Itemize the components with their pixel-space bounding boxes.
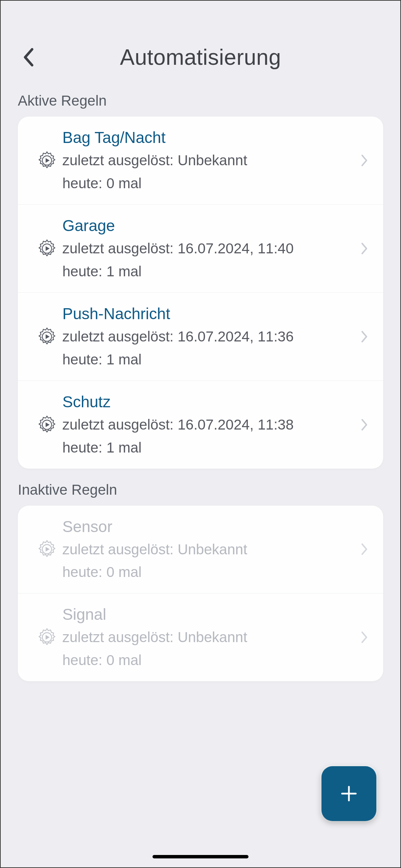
- chevron-right-icon: [356, 418, 373, 432]
- chevron-left-icon: [22, 47, 35, 67]
- svg-marker-1: [46, 158, 50, 163]
- back-button[interactable]: [18, 47, 38, 68]
- rule-title: Sensor: [62, 516, 356, 537]
- add-rule-button[interactable]: [321, 766, 376, 821]
- page-title: Automatisierung: [1, 45, 400, 70]
- rule-text: Signal zuletzt ausgelöst: Unbekannt heut…: [62, 604, 356, 671]
- automation-gear-icon: [32, 539, 62, 560]
- rule-last-triggered: zuletzt ausgelöst: 16.07.2024, 11:38: [62, 414, 356, 435]
- svg-marker-7: [46, 422, 50, 427]
- plus-icon: [338, 783, 360, 805]
- rule-title: Garage: [62, 215, 356, 236]
- automation-gear-icon: [32, 414, 62, 435]
- rule-last-triggered: zuletzt ausgelöst: Unbekannt: [62, 150, 356, 171]
- home-indicator: [153, 855, 248, 858]
- automation-gear-icon: [32, 326, 62, 347]
- rule-row[interactable]: Schutz zuletzt ausgelöst: 16.07.2024, 11…: [18, 381, 383, 469]
- rule-title: Signal: [62, 604, 356, 625]
- rule-today-count: heute: 1 mal: [62, 261, 356, 282]
- svg-marker-9: [46, 547, 50, 552]
- rule-row[interactable]: Push-Nachricht zuletzt ausgelöst: 16.07.…: [18, 293, 383, 381]
- rule-title: Schutz: [62, 391, 356, 412]
- active-rules-label: Aktive Regeln: [1, 80, 400, 117]
- automation-gear-icon: [32, 238, 62, 259]
- rule-today-count: heute: 0 mal: [62, 562, 356, 583]
- header: Automatisierung: [1, 35, 400, 80]
- chevron-right-icon: [356, 542, 373, 556]
- inactive-rules-label: Inaktive Regeln: [1, 469, 400, 506]
- active-rules-card: Bag Tag/Nacht zuletzt ausgelöst: Unbekan…: [18, 117, 383, 469]
- automation-gear-icon: [32, 150, 62, 171]
- rule-text: Sensor zuletzt ausgelöst: Unbekannt heut…: [62, 516, 356, 583]
- rule-row[interactable]: Bag Tag/Nacht zuletzt ausgelöst: Unbekan…: [18, 117, 383, 205]
- rule-today-count: heute: 0 mal: [62, 650, 356, 671]
- svg-marker-3: [46, 246, 50, 251]
- rule-today-count: heute: 1 mal: [62, 437, 356, 458]
- rule-title: Push-Nachricht: [62, 303, 356, 324]
- rule-row[interactable]: Signal zuletzt ausgelöst: Unbekannt heut…: [18, 593, 383, 681]
- rule-today-count: heute: 1 mal: [62, 349, 356, 370]
- svg-marker-11: [46, 635, 50, 640]
- chevron-right-icon: [356, 329, 373, 344]
- chevron-right-icon: [356, 630, 373, 644]
- status-bar: [1, 1, 400, 35]
- chevron-right-icon: [356, 241, 373, 256]
- rule-text: Bag Tag/Nacht zuletzt ausgelöst: Unbekan…: [62, 127, 356, 194]
- rule-title: Bag Tag/Nacht: [62, 127, 356, 148]
- automation-gear-icon: [32, 627, 62, 648]
- inactive-rules-card: Sensor zuletzt ausgelöst: Unbekannt heut…: [18, 506, 383, 682]
- rule-last-triggered: zuletzt ausgelöst: 16.07.2024, 11:36: [62, 326, 356, 347]
- rule-today-count: heute: 0 mal: [62, 173, 356, 194]
- rule-row[interactable]: Garage zuletzt ausgelöst: 16.07.2024, 11…: [18, 205, 383, 293]
- svg-marker-5: [46, 334, 50, 339]
- rule-text: Schutz zuletzt ausgelöst: 16.07.2024, 11…: [62, 391, 356, 458]
- rule-last-triggered: zuletzt ausgelöst: Unbekannt: [62, 627, 356, 648]
- rule-text: Push-Nachricht zuletzt ausgelöst: 16.07.…: [62, 303, 356, 370]
- rule-row[interactable]: Sensor zuletzt ausgelöst: Unbekannt heut…: [18, 506, 383, 594]
- rule-last-triggered: zuletzt ausgelöst: 16.07.2024, 11:40: [62, 238, 356, 259]
- chevron-right-icon: [356, 153, 373, 168]
- rule-last-triggered: zuletzt ausgelöst: Unbekannt: [62, 539, 356, 560]
- rule-text: Garage zuletzt ausgelöst: 16.07.2024, 11…: [62, 215, 356, 282]
